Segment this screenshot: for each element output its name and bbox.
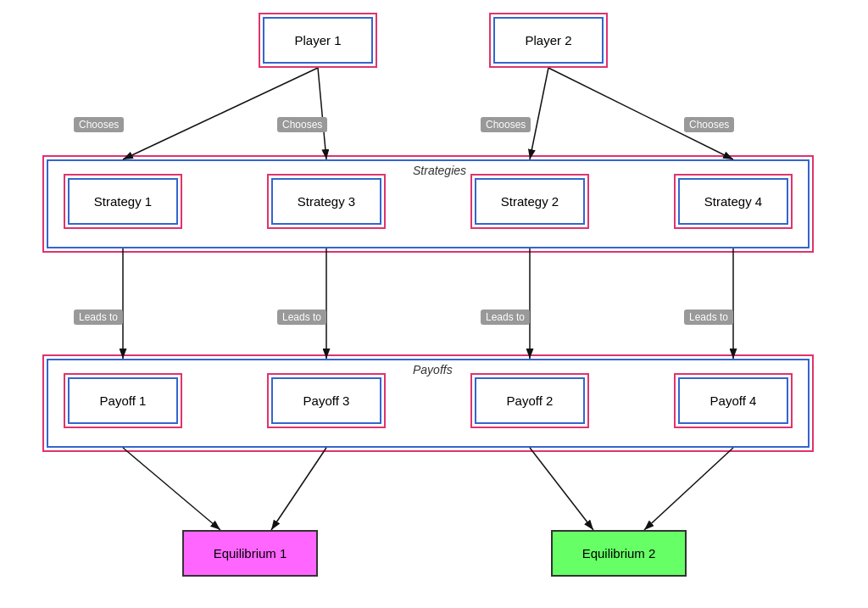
payoff3-node: Payoff 3 bbox=[271, 377, 381, 424]
svg-line-10 bbox=[271, 448, 326, 530]
strategy4-node: Strategy 4 bbox=[678, 178, 788, 225]
svg-line-4 bbox=[548, 68, 733, 159]
svg-line-9 bbox=[123, 448, 220, 530]
chooses-label-4: Chooses bbox=[684, 117, 734, 132]
player1-node: Player 1 bbox=[263, 17, 373, 64]
leads-to-label-2: Leads to bbox=[277, 310, 326, 325]
payoff1-node: Payoff 1 bbox=[68, 377, 178, 424]
svg-line-3 bbox=[530, 68, 548, 159]
equilibrium2-node: Equilibrium 2 bbox=[551, 530, 687, 577]
leads-to-label-4: Leads to bbox=[684, 310, 733, 325]
svg-line-1 bbox=[123, 68, 318, 159]
diagram: Player 1 Player 2 Chooses Chooses Choose… bbox=[0, 0, 868, 608]
payoffs-section-label: Payoffs bbox=[413, 363, 453, 377]
svg-line-11 bbox=[530, 448, 593, 530]
chooses-label-1: Chooses bbox=[74, 117, 124, 132]
payoff2-node: Payoff 2 bbox=[475, 377, 585, 424]
strategy3-node: Strategy 3 bbox=[271, 178, 381, 225]
equilibrium1-node: Equilibrium 1 bbox=[182, 530, 318, 577]
payoff4-node: Payoff 4 bbox=[678, 377, 788, 424]
strategy2-node: Strategy 2 bbox=[475, 178, 585, 225]
chooses-label-2: Chooses bbox=[277, 117, 327, 132]
chooses-label-3: Chooses bbox=[481, 117, 531, 132]
svg-line-2 bbox=[318, 68, 326, 159]
strategy1-node: Strategy 1 bbox=[68, 178, 178, 225]
strategies-section-label: Strategies bbox=[413, 164, 466, 177]
leads-to-label-3: Leads to bbox=[481, 310, 530, 325]
arrows-svg bbox=[0, 0, 868, 608]
player2-node: Player 2 bbox=[493, 17, 604, 64]
svg-line-12 bbox=[644, 448, 733, 530]
leads-to-label-1: Leads to bbox=[74, 310, 123, 325]
